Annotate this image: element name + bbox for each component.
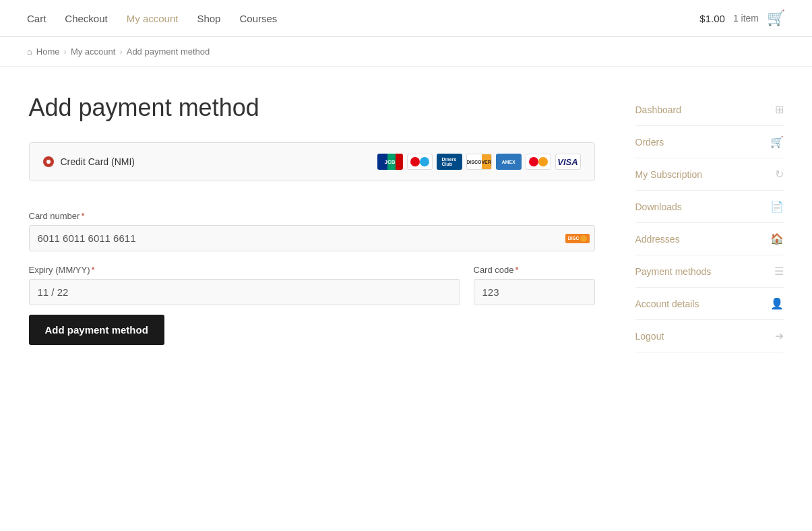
- sidebar-item-addresses: Addresses 🏠: [635, 223, 784, 255]
- payment-method-label: Credit Card (NMI): [43, 156, 135, 167]
- top-navigation: Cart Checkout My account Shop Courses $1…: [0, 0, 812, 37]
- account-sidebar: Dashboard ⊞ Orders 🛒 My Subscription ↻ D…: [635, 94, 784, 358]
- sidebar-link-payment-methods[interactable]: Payment methods ☰: [635, 255, 784, 287]
- card-number-label: Card number*: [29, 211, 595, 221]
- dashboard-label: Dashboard: [635, 104, 682, 115]
- account-details-icon: 👤: [770, 297, 784, 310]
- amex-icon: AMEX: [496, 154, 522, 170]
- nav-courses[interactable]: Courses: [239, 13, 277, 24]
- content-area: Add payment method Credit Card (NMI) JCB: [29, 94, 595, 358]
- sidebar-link-orders[interactable]: Orders 🛒: [635, 126, 784, 158]
- sidebar-link-logout[interactable]: Logout ➜: [635, 320, 784, 352]
- expiry-label: Expiry (MM/YY)*: [29, 265, 460, 275]
- downloads-icon: 📄: [770, 200, 784, 213]
- cart-area: $1.00 1 item 🛒: [699, 9, 785, 27]
- card-form: Card number* DISC Expiry (MM/YY)*: [29, 197, 595, 358]
- sidebar-item-account-details: Account details 👤: [635, 288, 784, 320]
- orders-label: Orders: [635, 137, 664, 148]
- breadcrumb-my-account[interactable]: My account: [71, 46, 115, 57]
- orders-icon: 🛒: [770, 135, 784, 148]
- card-code-group: Card code*: [474, 265, 595, 305]
- card-code-input[interactable]: [474, 279, 595, 305]
- expiry-input[interactable]: [29, 279, 460, 305]
- page-title: Add payment method: [29, 94, 595, 122]
- dashboard-icon: ⊞: [775, 103, 784, 116]
- logout-label: Logout: [635, 331, 664, 342]
- sidebar-link-dashboard[interactable]: Dashboard ⊞: [635, 94, 784, 125]
- discover-icon: DISCOVER: [466, 154, 492, 170]
- jcb-icon: JCB: [377, 154, 403, 170]
- mastercard-icon: [526, 154, 551, 170]
- payment-methods-label: Payment methods: [635, 266, 712, 277]
- nav-cart[interactable]: Cart: [27, 13, 46, 24]
- breadcrumb: ⌂ Home › My account › Add payment method: [0, 37, 812, 67]
- card-number-group: Card number* DISC: [29, 211, 595, 251]
- sidebar-item-logout: Logout ➜: [635, 320, 784, 352]
- nav-shop[interactable]: Shop: [197, 13, 220, 24]
- payment-method-box: Credit Card (NMI) JCB DinersClub: [29, 142, 595, 181]
- cart-count: 1 item: [733, 13, 759, 24]
- add-payment-method-button[interactable]: Add payment method: [29, 315, 164, 345]
- visa-icon: VISA: [555, 154, 581, 170]
- addresses-icon: 🏠: [770, 232, 784, 245]
- home-icon: ⌂: [27, 46, 32, 57]
- card-number-input[interactable]: [29, 225, 595, 251]
- sidebar-menu: Dashboard ⊞ Orders 🛒 My Subscription ↻ D…: [635, 94, 784, 352]
- cart-icon[interactable]: 🛒: [767, 9, 785, 27]
- sidebar-link-downloads[interactable]: Downloads 📄: [635, 191, 784, 222]
- main-content: Add payment method Credit Card (NMI) JCB: [2, 67, 811, 399]
- account-details-label: Account details: [635, 299, 699, 309]
- sidebar-item-downloads: Downloads 📄: [635, 191, 784, 223]
- payment-method-header: Credit Card (NMI) JCB DinersClub: [30, 143, 594, 181]
- maestro-icon: [407, 154, 433, 170]
- sidebar-link-account-details[interactable]: Account details 👤: [635, 288, 784, 319]
- payment-methods-icon: ☰: [774, 265, 784, 278]
- nav-checkout[interactable]: Checkout: [65, 13, 107, 24]
- card-icons: JCB DinersClub DISCOVER: [377, 154, 581, 170]
- addresses-label: Addresses: [635, 234, 680, 245]
- nav-links: Cart Checkout My account Shop Courses: [27, 13, 277, 24]
- credit-card-radio[interactable]: [43, 156, 54, 167]
- credit-card-label: Credit Card (NMI): [61, 156, 135, 167]
- sidebar-item-payment-methods: Payment methods ☰: [635, 255, 784, 288]
- subscription-label: My Subscription: [635, 169, 703, 180]
- breadcrumb-home[interactable]: Home: [36, 46, 60, 57]
- logout-icon: ➜: [775, 330, 784, 342]
- nav-my-account[interactable]: My account: [127, 13, 179, 24]
- sidebar-item-subscription: My Subscription ↻: [635, 158, 784, 191]
- subscription-icon: ↻: [775, 168, 784, 181]
- breadcrumb-current: Add payment method: [127, 46, 210, 57]
- sidebar-item-dashboard: Dashboard ⊞: [635, 94, 784, 126]
- sidebar-link-addresses[interactable]: Addresses 🏠: [635, 223, 784, 255]
- downloads-label: Downloads: [635, 201, 682, 212]
- card-number-wrapper: DISC: [29, 225, 595, 251]
- form-row-expiry-code: Expiry (MM/YY)* Card code*: [29, 265, 595, 305]
- diners-icon: DinersClub: [437, 154, 462, 170]
- expiry-group: Expiry (MM/YY)*: [29, 265, 460, 305]
- discover-badge: DISC: [565, 234, 590, 243]
- cart-price: $1.00: [699, 13, 725, 24]
- card-code-label: Card code*: [474, 265, 595, 275]
- sidebar-item-orders: Orders 🛒: [635, 126, 784, 158]
- sidebar-link-subscription[interactable]: My Subscription ↻: [635, 158, 784, 190]
